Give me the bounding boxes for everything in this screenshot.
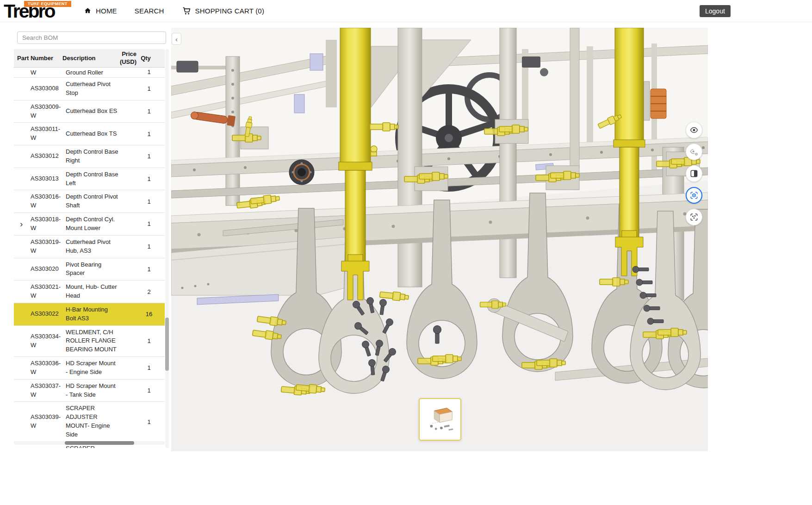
- part-number: AS303021-W: [31, 283, 63, 300]
- bom-sidebar: Part Number Description Price (USD) Qty …: [0, 22, 171, 451]
- table-row[interactable]: AS303037-W HD Scraper Mount - Tank Side …: [14, 380, 165, 402]
- part-description: Cutterhead Pivot Hub, AS3: [66, 238, 118, 256]
- part-qty: 16: [140, 311, 158, 318]
- part-qty: 1: [140, 175, 158, 182]
- search-bom-input[interactable]: [17, 31, 166, 44]
- visibility-options-button[interactable]: [686, 143, 702, 160]
- bom-table: Part Number Description Price (USD) Qty …: [14, 49, 165, 448]
- part-number: AS303013: [31, 175, 63, 183]
- table-row[interactable]: AS303011-W Cutterhead Box TS 1: [14, 123, 165, 145]
- nav-cart[interactable]: SHOPPING CART (0): [182, 6, 265, 16]
- table-row[interactable]: AS303019-W Cutterhead Pivot Hub, AS3 1: [14, 236, 165, 258]
- part-qty: 2: [140, 288, 158, 295]
- brand-badge: TURF EQUIPMENT: [24, 1, 71, 7]
- part-description: Depth Control Base Right: [66, 148, 118, 165]
- part-qty: 1: [140, 266, 158, 273]
- part-qty: 1: [140, 69, 158, 75]
- part-qty: 1: [140, 337, 158, 344]
- part-number: W: [31, 69, 63, 77]
- part-description: SCRAPER ADJUSTER MOUNT - Tank Side: [66, 444, 118, 448]
- part-number: AS303009-W: [31, 103, 63, 120]
- part-number: AS303036-W: [31, 359, 63, 377]
- part-description: Ground Roller: [66, 69, 118, 77]
- table-row[interactable]: AS303036-W HD Scraper Mount - Engine Sid…: [14, 357, 165, 380]
- table-row[interactable]: AS303012 Depth Control Base Right 1: [14, 145, 165, 168]
- part-qty: 1: [140, 131, 158, 137]
- table-row[interactable]: AS303013 Depth Control Base Left 1: [14, 168, 165, 191]
- zoom-to-selection-button[interactable]: [686, 187, 702, 204]
- part-description: Cutterhead Pivot Stop: [66, 80, 118, 98]
- eye-icon: [689, 125, 699, 135]
- table-row[interactable]: AS303021-W Mount, Hub- Cutter Head 2: [14, 281, 165, 303]
- home-icon: [83, 6, 92, 15]
- top-nav-bar: TURF EQUIPMENT Trebro HOME SEARCH SHOPPI…: [0, 0, 812, 22]
- brand-logo[interactable]: TURF EQUIPMENT Trebro: [3, 0, 77, 22]
- cart-icon: [182, 6, 192, 16]
- nav-cart-label: SHOPPING CART (0): [195, 7, 265, 15]
- vertical-scrollbar[interactable]: [165, 49, 169, 448]
- part-number: AS303018-W: [31, 215, 63, 233]
- table-row[interactable]: › AS303018-W Depth Control Cyl. Mount Lo…: [14, 213, 165, 236]
- table-row[interactable]: AS303039-W SCRAPER ADJUSTER MOUNT- Engin…: [14, 402, 165, 442]
- table-row[interactable]: W Ground Roller 1: [14, 68, 165, 78]
- section-icon: [689, 169, 699, 178]
- part-description: Cutterhead Box ES: [66, 107, 118, 116]
- part-qty: 1: [140, 364, 158, 371]
- part-number: AS303022: [31, 310, 63, 318]
- part-qty: 1: [140, 387, 158, 394]
- fit-all-button[interactable]: [686, 209, 702, 225]
- part-description: Depth Control Base Left: [66, 170, 118, 188]
- table-row[interactable]: AS303009-W Cutterhead Box ES 1: [14, 100, 165, 123]
- table-row[interactable]: AS303020 Pivot Bearing Spacer 1: [14, 258, 165, 281]
- viewer-toolbar: [686, 122, 702, 225]
- part-description: WELDMENT, C/H ROLLER FLANGE BEARING MOUN…: [66, 328, 118, 355]
- column-header-description: Description: [62, 55, 115, 62]
- nav-search-label: SEARCH: [135, 7, 164, 15]
- vertical-scrollbar-thumb[interactable]: [165, 318, 169, 371]
- column-header-part-number: Part Number: [14, 55, 62, 62]
- show-parts-button[interactable]: [686, 122, 702, 138]
- bom-table-body: W Ground Roller 1 AS303008 Cutterhead Pi…: [14, 68, 165, 448]
- model-viewer[interactable]: ‹: [171, 28, 708, 451]
- column-header-qty: Qty: [136, 55, 155, 62]
- part-number: AS303019-W: [31, 238, 63, 256]
- part-description: Mount, Hub- Cutter Head: [66, 283, 118, 300]
- part-number: AS303008: [31, 84, 63, 93]
- part-number: AS303012: [31, 152, 63, 161]
- fit-icon: [689, 212, 699, 222]
- orange-block: [651, 89, 666, 118]
- logout-button[interactable]: Logout: [700, 5, 731, 17]
- table-row[interactable]: AS303016-W Depth Control Pivot Shaft 1: [14, 190, 165, 213]
- part-number: AS303034-W: [31, 332, 63, 350]
- table-row[interactable]: AS303022 H-Bar Mounting Bolt AS3 16: [14, 303, 165, 326]
- part-description: Depth Control Pivot Shaft: [66, 193, 118, 210]
- horizontal-scrollbar[interactable]: [14, 441, 165, 445]
- part-description: Depth Control Cyl. Mount Lower: [66, 215, 118, 233]
- nav-search[interactable]: SEARCH: [135, 7, 164, 15]
- expand-chevron-icon[interactable]: ›: [20, 219, 23, 228]
- nav-home-label: HOME: [96, 7, 117, 15]
- part-qty: 1: [140, 198, 158, 205]
- part-number: AS303020: [31, 265, 63, 274]
- horizontal-scrollbar-thumb[interactable]: [65, 441, 134, 445]
- part-number: AS303037-W: [31, 382, 63, 399]
- column-header-price: Price (USD): [115, 50, 136, 66]
- part-description: Pivot Bearing Spacer: [66, 261, 118, 278]
- part-number: AS303039-W: [31, 413, 63, 430]
- collapse-sidebar-button[interactable]: ‹: [172, 33, 181, 45]
- model-3d-scene[interactable]: [171, 28, 708, 451]
- part-qty: 1: [140, 220, 158, 227]
- nav-home[interactable]: HOME: [83, 6, 117, 15]
- part-description: SCRAPER ADJUSTER MOUNT- Engine Side: [66, 404, 118, 439]
- section-view-button[interactable]: [686, 165, 702, 182]
- part-qty: 1: [140, 418, 158, 425]
- eye-settings-icon: [689, 147, 699, 156]
- table-row[interactable]: AS303008 Cutterhead Pivot Stop 1: [14, 78, 165, 100]
- flange-bearing: [289, 160, 314, 185]
- bom-table-header: Part Number Description Price (USD) Qty: [14, 49, 165, 68]
- part-qty: 1: [140, 153, 158, 160]
- selected-part-thumbnail[interactable]: [419, 398, 461, 441]
- table-row[interactable]: AS303034-W WELDMENT, C/H ROLLER FLANGE B…: [14, 326, 165, 357]
- part-description: HD Scraper Mount - Engine Side: [66, 359, 118, 377]
- part-qty: 1: [140, 243, 158, 250]
